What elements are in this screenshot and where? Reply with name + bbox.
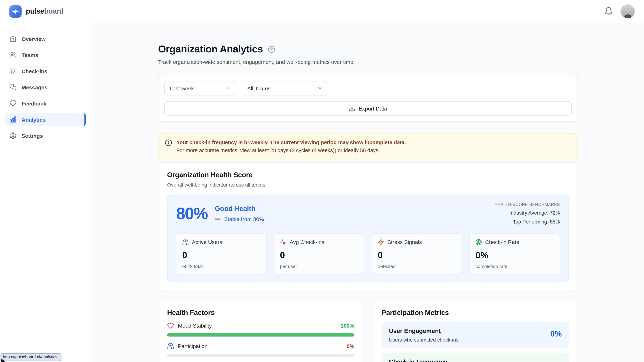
zap-icon <box>378 239 384 245</box>
app-header: pulseboard <box>0 0 644 23</box>
sidebar-item-check-ins[interactable]: Check-ins <box>5 64 84 78</box>
brand-name: pulseboard <box>26 7 64 15</box>
stat-sub: of 22 total <box>182 264 260 269</box>
stat-card-stress-signals: Stress Signals 0 detected <box>372 233 462 275</box>
sidebar-item-settings[interactable]: Settings <box>5 129 84 143</box>
brand[interactable]: pulseboard <box>9 5 64 17</box>
team-select[interactable]: All Teams <box>242 81 328 95</box>
metric-title: Check-in Frequency <box>389 359 447 362</box>
health-score-value: 80% <box>176 204 208 223</box>
page-subtitle: Track organization-wide sentiment, engag… <box>158 59 578 65</box>
stat-value: 0 <box>378 250 456 260</box>
mouse-cursor <box>1 358 6 362</box>
sidebar-item-label: Feedback <box>22 100 46 106</box>
stat-value: 0 <box>182 250 260 260</box>
notifications-button[interactable] <box>604 7 613 16</box>
health-score-trend: Stable from 80% <box>224 216 264 222</box>
stat-card-avg-check-ins: Avg Check-ins 0 per user <box>274 233 364 275</box>
sidebar: Overview Teams Check-ins Messages Feedba… <box>0 23 92 362</box>
messages-icon <box>9 84 16 91</box>
health-score-status: Good Health <box>215 205 264 213</box>
factor-label: Mood Stability <box>178 323 212 329</box>
user-avatar[interactable] <box>621 4 635 18</box>
metric-value: 0% <box>550 360 562 362</box>
stat-sub: detected <box>378 264 456 269</box>
clipboard-check-icon <box>9 67 16 75</box>
users-icon <box>167 343 174 350</box>
sidebar-item-analytics[interactable]: Analytics <box>5 113 86 126</box>
sidebar-item-feedback[interactable]: Feedback <box>5 97 84 110</box>
benchmark-top: Top Performing: 85% <box>494 219 560 225</box>
users-icon <box>9 51 16 58</box>
factor-progress-fill <box>167 333 354 337</box>
metric-title: User Engagement <box>389 328 458 335</box>
sidebar-item-label: Check-ins <box>22 68 47 74</box>
metric-panel-user-engagement: User Engagement Users who submitted chec… <box>382 322 569 348</box>
health-factors-card: Health Factors Mood Stability 100% <box>158 300 363 362</box>
bar-chart-icon <box>9 116 16 123</box>
chevron-down-icon <box>226 85 232 91</box>
period-select-value: Last week <box>170 85 194 91</box>
stat-value: 0 <box>280 250 358 260</box>
stat-label: Stress Signals <box>388 239 422 245</box>
participation-metrics-title: Participation Metrics <box>382 309 569 317</box>
users-icon <box>182 239 189 245</box>
trend-flat-icon <box>215 218 220 219</box>
sidebar-item-label: Messages <box>22 84 47 90</box>
heart-icon <box>9 100 16 107</box>
benchmark-industry: Industry Average: 72% <box>494 210 560 216</box>
sidebar-item-label: Overview <box>22 36 46 42</box>
stat-card-check-in-rate: Check-in Rate 0% completion rate <box>469 233 560 275</box>
filters-card: Last week All Teams <box>158 75 578 122</box>
export-data-button[interactable]: Export Data <box>164 101 572 116</box>
participation-metrics-card: Participation Metrics User Engagement Us… <box>373 300 578 362</box>
metric-panel-check-in-frequency: Check-in Frequency 0% <box>382 353 569 362</box>
factor-value: 0% <box>346 343 354 349</box>
metric-desc: Users who submitted check-ins <box>389 337 458 343</box>
heart-icon <box>167 322 174 329</box>
stat-sub: per user <box>280 264 358 269</box>
sidebar-item-teams[interactable]: Teams <box>5 48 84 62</box>
health-score-title: Organization Health Score <box>167 171 569 179</box>
factor-value: 100% <box>340 323 354 329</box>
main-content: Organization Analytics Track organizatio… <box>92 23 644 362</box>
factor-progress-bar <box>167 333 354 337</box>
benchmarks-heading: HEALTH SCORE BENCHMARKS <box>494 202 560 207</box>
download-icon <box>349 105 355 111</box>
info-icon <box>165 139 172 155</box>
factor-label: Participation <box>178 343 208 349</box>
warning-line2: For more accurate metrics, view at least… <box>176 147 406 155</box>
sidebar-item-label: Teams <box>22 52 38 58</box>
factor-progress-bar <box>167 354 354 357</box>
stat-label: Check-in Rate <box>485 239 519 245</box>
chevron-down-icon <box>317 85 323 91</box>
sidebar-item-label: Settings <box>22 133 43 139</box>
factor-row-mood-stability: Mood Stability 100% <box>167 322 354 337</box>
warning-banner: Your check-in frequency is bi-weekly. Th… <box>158 133 578 160</box>
pulseboard-logo-icon <box>9 5 22 17</box>
export-data-label: Export Data <box>359 105 387 111</box>
health-score-subtitle: Overall well-being indicator across all … <box>167 182 569 188</box>
health-score-card: Organization Health Score Overall well-b… <box>158 162 578 291</box>
link-preview-statusbar: https://pulseboard.nl/analytics <box>0 354 61 361</box>
home-icon <box>9 35 16 42</box>
page-title: Organization Analytics <box>158 43 263 55</box>
sidebar-item-overview[interactable]: Overview <box>5 32 84 46</box>
gear-icon <box>9 132 16 139</box>
warning-line1: Your check-in frequency is bi-weekly. Th… <box>176 139 406 147</box>
score-panel: 80% Good Health Stable from 80% HEALTH S… <box>167 195 569 282</box>
stat-value: 0% <box>476 250 554 260</box>
help-icon[interactable] <box>268 45 276 53</box>
target-icon <box>476 239 482 245</box>
stat-sub: completion rate <box>476 264 554 269</box>
stat-label: Avg Check-ins <box>290 239 324 245</box>
stat-label: Active Users <box>192 239 222 245</box>
metric-value: 0% <box>550 329 562 339</box>
benchmarks: HEALTH SCORE BENCHMARKS Industry Average… <box>494 202 560 225</box>
stat-card-active-users: Active Users 0 of 22 total <box>176 233 267 275</box>
sidebar-item-label: Analytics <box>22 116 46 123</box>
period-select[interactable]: Last week <box>164 81 236 95</box>
health-factors-title: Health Factors <box>167 309 354 317</box>
sidebar-item-messages[interactable]: Messages <box>5 80 84 94</box>
factor-row-participation: Participation 0% <box>167 343 354 357</box>
